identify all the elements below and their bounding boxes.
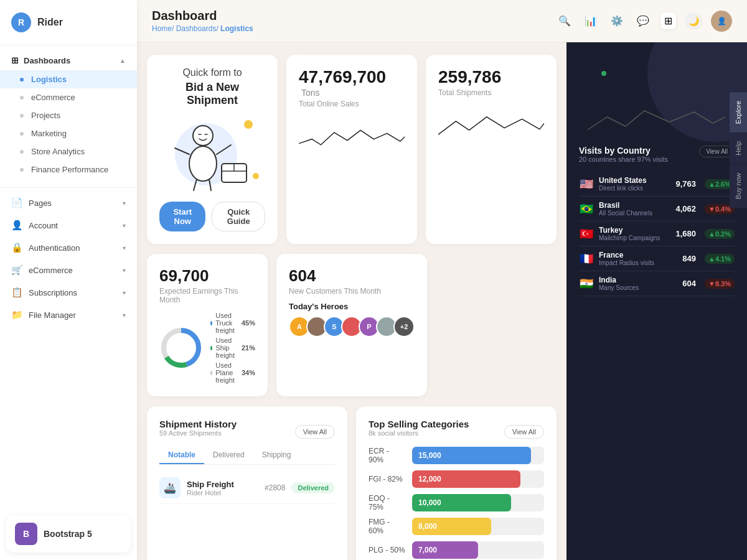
ship-sub: Rider Hotel <box>187 489 258 497</box>
shipment-history-card: Shipment History 59 Active Shipments Vie… <box>147 406 347 560</box>
main-content: Dashboard Home/ Dashboards/ Logistics 🔍 … <box>137 0 747 560</box>
tab-delivered[interactable]: Delivered <box>204 447 253 464</box>
country-value-1: 4,062 <box>675 204 696 213</box>
right-panel: Explore Help Buy now <box>566 42 747 560</box>
country-row-4: 🇮🇳 India Many Sources 604 ▼8.3% <box>579 271 735 296</box>
ship-name: Ship Freight <box>187 480 258 489</box>
country-info-4: India Many Sources <box>599 276 677 291</box>
country-info-2: Turkey Mailchimp Campaigns <box>599 226 670 241</box>
sidebar-main-items: 📄Pages▾👤Account▾🔒Authentication▾🛒eCommer… <box>0 192 137 326</box>
explore-tab[interactable]: Explore <box>730 92 747 133</box>
help-tab[interactable]: Help <box>730 133 747 164</box>
top-selling-subtitle: 8k social visitors <box>369 429 469 437</box>
search-icon[interactable]: 🔍 <box>556 15 573 27</box>
country-info-1: Brasil All Social Channels <box>599 201 670 217</box>
illustration-svg <box>169 117 256 192</box>
header-right: 🔍 📊 ⚙️ 💬 ⊞ 🌙 👤 <box>556 11 732 32</box>
bars-container: ECR - 90% 15,000 FGI - 82% 12,000 EOQ - … <box>369 447 544 559</box>
shipment-history-title: Shipment History <box>159 419 237 429</box>
svg-point-0 <box>193 126 213 146</box>
legend-truck: Used Truck freight 45% <box>210 312 255 334</box>
countries-container: 🇺🇸 United States Direct link clicks 9,76… <box>579 172 735 296</box>
ship-status: Delivered <box>291 482 335 493</box>
country-row-2: 🇹🇷 Turkey Mailchimp Campaigns 1,680 ▲0.2… <box>579 222 735 246</box>
ship-id: #2808 <box>265 483 285 492</box>
center-content: Quick form to Bid a New Shipment <box>137 42 566 560</box>
top-selling-title-block: Top Selling Categories 8k social visitor… <box>369 419 469 444</box>
sidebar-main-item-ecommerce[interactable]: 🛒eCommerce▾ <box>0 259 137 281</box>
start-now-button[interactable]: Start Now <box>159 202 205 231</box>
bar-track-4: 7,000 <box>412 541 544 559</box>
total-sales-card: 47,769,700 Tons Total Online Sales <box>286 55 417 244</box>
country-name-3: France <box>599 251 677 259</box>
top-selling-card: Top Selling Categories 8k social visitor… <box>356 406 557 560</box>
menu-icon: 🔒 <box>11 242 22 253</box>
sidebar-main-item-pages[interactable]: 📄Pages▾ <box>0 192 137 214</box>
sidebar-item-store-analytics[interactable]: Store Analytics <box>0 142 137 161</box>
dark-mini-chart <box>579 105 735 136</box>
side-tabs: Explore Help Buy now <box>730 92 747 208</box>
bar-label-1: FGI - 82% <box>369 475 406 483</box>
dashboards-group: ⊞ Dashboards ▲ LogisticseCommerceProject… <box>0 45 137 184</box>
header: Dashboard Home/ Dashboards/ Logistics 🔍 … <box>137 0 747 42</box>
total-shipments-card: 259,786 Total Shipments <box>426 55 557 244</box>
dark-mode-toggle[interactable]: 🌙 <box>685 12 702 30</box>
sidebar-item-marketing[interactable]: Marketing <box>0 124 137 142</box>
country-info-0: United States Direct link clicks <box>599 176 670 192</box>
country-change-4: ▼8.3% <box>705 279 735 289</box>
shipment-header: Shipment History 59 Active Shipments Vie… <box>159 419 335 444</box>
bootstrap-label: Bootstrap 5 <box>44 529 92 539</box>
customers-label: New Customers This Month <box>289 287 415 296</box>
chart-icon[interactable]: 📊 <box>582 15 599 27</box>
sidebar-item-ecommerce[interactable]: eCommerce <box>0 88 137 106</box>
quick-guide-button[interactable]: Quick Guide <box>212 202 265 231</box>
tab-shipping[interactable]: Shipping <box>253 447 300 464</box>
bar-fill-3: 8,000 <box>412 518 491 535</box>
svg-point-1 <box>189 146 217 181</box>
bottom-row: Shipment History 59 Active Shipments Vie… <box>147 406 557 560</box>
country-source-4: Many Sources <box>599 284 677 291</box>
country-change-3: ▲4.1% <box>705 254 735 264</box>
country-value-2: 1,680 <box>675 229 696 238</box>
sidebar-main-item-file-manager[interactable]: 📁File Manager▾ <box>0 304 137 326</box>
sidebar-item-finance-performance[interactable]: Finance Performance <box>0 161 137 179</box>
sales-mini-chart <box>299 118 405 156</box>
freight-legend: Used Truck freight 45% Used Ship freight… <box>210 312 255 384</box>
bar-value-1: 12,000 <box>418 475 441 483</box>
bar-value-0: 15,000 <box>418 451 441 460</box>
bar-label-0: ECR - 90% <box>369 447 406 464</box>
right-panel-inner: Visits by Country 20 countries share 97%… <box>566 42 747 560</box>
top-selling-header: Top Selling Categories 8k social visitor… <box>369 419 544 444</box>
shipments-mini-chart <box>438 107 544 144</box>
country-row-1: 🇧🇷 Brasil All Social Channels 4,062 ▼0.4… <box>579 197 735 222</box>
shipment-view-all[interactable]: View All <box>295 425 335 439</box>
sidebar-main-item-subscriptions[interactable]: 📋Subscriptions▾ <box>0 281 137 304</box>
message-icon[interactable]: 💬 <box>634 15 652 27</box>
settings-icon[interactable]: ⚙️ <box>608 15 626 27</box>
dot-icon <box>20 96 24 100</box>
ship-info: Ship Freight Rider Hotel <box>187 480 258 497</box>
buy-now-tab[interactable]: Buy now <box>730 164 747 208</box>
donut-container: Used Truck freight 45% Used Ship freight… <box>159 312 255 384</box>
top-selling-view-all[interactable]: View All <box>504 425 544 439</box>
donut-chart <box>159 326 203 370</box>
sidebar-main-item-account[interactable]: 👤Account▾ <box>0 214 137 236</box>
dashboards-group-header[interactable]: ⊞ Dashboards ▲ <box>0 50 137 70</box>
user-avatar[interactable]: 👤 <box>711 11 732 32</box>
country-name-0: United States <box>599 176 670 185</box>
sidebar-main-item-authentication[interactable]: 🔒Authentication▾ <box>0 236 137 259</box>
form-card-title: Quick form to <box>182 67 242 78</box>
visits-title-block: Visits by Country 20 countries share 97%… <box>579 146 668 170</box>
sidebar-item-projects[interactable]: Projects <box>0 106 137 124</box>
tab-notable[interactable]: Notable <box>159 447 204 464</box>
green-dot <box>601 71 606 76</box>
sidebar-item-logistics[interactable]: Logistics <box>0 70 137 88</box>
avatar-more: +2 <box>393 316 415 337</box>
sidebar-subitems: LogisticseCommerceProjectsMarketingStore… <box>0 70 137 179</box>
avatars-row: A S P +2 <box>289 316 415 337</box>
bar-value-3: 8,000 <box>418 522 437 531</box>
customers-card: 604 New Customers This Month Today's Her… <box>276 254 427 396</box>
grid-icon[interactable]: ⊞ <box>660 12 676 29</box>
bootstrap-banner: B Bootstrap 5 <box>6 515 131 553</box>
country-change-2: ▲0.2% <box>705 229 735 239</box>
